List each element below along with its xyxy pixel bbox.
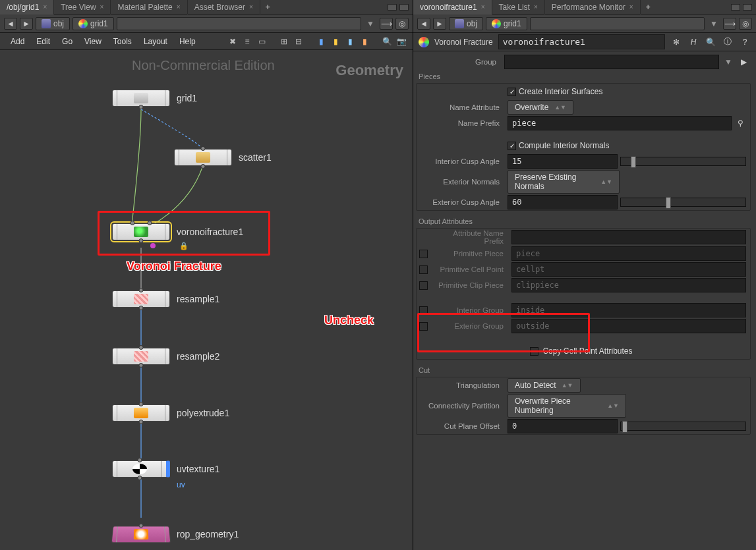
page-icon[interactable]: ▭ xyxy=(256,36,268,47)
menu-layout[interactable]: Layout xyxy=(138,34,173,49)
pin-icon[interactable]: ⟶ xyxy=(723,18,736,30)
node-name-input[interactable] xyxy=(498,34,665,49)
interior-cusp-input[interactable] xyxy=(508,154,618,169)
nav-forward-icon[interactable]: ► xyxy=(20,18,33,30)
close-icon[interactable]: × xyxy=(481,3,485,11)
nav-back-icon[interactable]: ◄ xyxy=(4,18,17,30)
link-icon[interactable]: ◎ xyxy=(739,18,752,30)
lock-icon[interactable]: 🔒 xyxy=(179,242,189,250)
group-select-icon[interactable]: ▶ xyxy=(738,56,749,68)
pin-icon[interactable]: ⟶ xyxy=(380,18,393,30)
cut-offset-input[interactable] xyxy=(508,419,618,433)
network-view[interactable]: Non-Commercial Edition Geometry grid1 sc… xyxy=(0,50,413,550)
gear-icon[interactable]: ✻ xyxy=(670,36,682,48)
exterior-normals-dropdown[interactable]: Preserve Existing Normals▲▼ xyxy=(508,170,620,194)
cut-offset-slider[interactable] xyxy=(620,422,746,431)
close-icon[interactable]: × xyxy=(534,3,538,11)
interior-cusp-slider[interactable] xyxy=(620,157,746,166)
path-obj[interactable]: obj xyxy=(449,17,483,30)
attr-prefix-input[interactable] xyxy=(511,230,746,244)
pane-maximize-icon[interactable] xyxy=(743,4,752,11)
nav-forward-icon[interactable]: ► xyxy=(433,18,446,30)
parameter-pane[interactable]: Group ▼▶ Pieces ✓Create Interior Surface… xyxy=(413,51,756,550)
nav-back-icon[interactable]: ◄ xyxy=(417,18,430,30)
triangulation-dropdown[interactable]: Auto Detect▲▼ xyxy=(508,378,581,393)
flag4-icon[interactable]: ▮ xyxy=(359,36,370,47)
path-dropdown-icon[interactable]: ▼ xyxy=(707,19,720,28)
interior-group-input[interactable] xyxy=(511,303,746,317)
new-tab-button[interactable]: + xyxy=(260,3,276,12)
menu-view[interactable]: View xyxy=(79,34,107,49)
menu-go[interactable]: Go xyxy=(57,34,78,49)
node-uvtexture1[interactable]: uvtexture1 uv xyxy=(112,460,219,478)
houdini-icon[interactable]: H xyxy=(687,36,699,48)
path-grid1[interactable]: grid1 xyxy=(73,17,114,30)
tab-tree-view[interactable]: Tree View× xyxy=(54,0,111,14)
create-interior-checkbox[interactable]: ✓ xyxy=(508,88,516,96)
compute-normals-checkbox[interactable]: ✓ xyxy=(508,142,516,150)
prim-clip-checkbox[interactable] xyxy=(419,281,428,290)
tab-voronoifracture1[interactable]: voronoifracture1× xyxy=(413,0,492,14)
name-prefix-input[interactable] xyxy=(508,116,732,130)
exterior-cusp-slider[interactable] xyxy=(620,198,746,207)
node-grid1[interactable]: grid1 xyxy=(112,90,197,107)
group-dropdown-icon[interactable]: ▼ xyxy=(722,57,735,67)
close-icon[interactable]: × xyxy=(177,3,181,11)
menu-add[interactable]: Add xyxy=(5,34,30,49)
close-icon[interactable]: × xyxy=(100,3,104,11)
grid-icon[interactable]: ⊞ xyxy=(278,36,290,47)
node-scatter1[interactable]: scatter1 xyxy=(174,149,272,166)
prim-piece-checkbox[interactable] xyxy=(419,250,428,258)
flag2-icon[interactable]: ▮ xyxy=(330,36,341,47)
pane-maximize-icon[interactable] xyxy=(399,4,409,11)
wrench-icon[interactable]: ✖ xyxy=(227,36,239,47)
prim-cell-input[interactable] xyxy=(511,262,746,277)
flag1-icon[interactable]: ▮ xyxy=(315,36,327,47)
path-field[interactable] xyxy=(117,17,361,30)
new-tab-button[interactable]: + xyxy=(641,3,656,12)
search-icon[interactable]: 🔍 xyxy=(705,36,716,48)
prim-clip-input[interactable] xyxy=(511,278,746,292)
info-icon[interactable]: ⓘ xyxy=(722,36,734,48)
template-flag-icon[interactable] xyxy=(150,243,156,248)
name-attr-dropdown[interactable]: Overwrite▲▼ xyxy=(508,100,573,115)
tab-material-palette[interactable]: Material Palette× xyxy=(111,0,187,14)
close-icon[interactable]: × xyxy=(629,3,633,11)
prim-cell-checkbox[interactable] xyxy=(419,265,428,274)
menu-tools[interactable]: Tools xyxy=(108,34,137,49)
exterior-cusp-input[interactable] xyxy=(508,195,618,209)
node-rop-geometry1[interactable]: rop_geometry1 xyxy=(112,526,239,543)
path-dropdown-icon[interactable]: ▼ xyxy=(364,19,377,28)
tab-performance-monitor[interactable]: Performance Monitor× xyxy=(545,0,641,14)
close-icon[interactable]: × xyxy=(43,3,47,11)
interior-group-checkbox[interactable] xyxy=(419,306,428,315)
list-icon[interactable]: ≡ xyxy=(241,36,253,47)
path-field[interactable] xyxy=(530,17,705,30)
copy-cell-checkbox[interactable] xyxy=(530,347,538,356)
path-grid1[interactable]: grid1 xyxy=(486,17,527,30)
node-voronoifracture1[interactable]: voronoifracture1 🔒 xyxy=(112,223,243,240)
path-obj[interactable]: obj xyxy=(36,17,70,30)
exterior-group-checkbox[interactable] xyxy=(419,322,428,331)
link-icon[interactable]: ◎ xyxy=(395,18,409,30)
tab-asset-browser[interactable]: Asset Browser× xyxy=(188,0,260,14)
search-icon[interactable]: 🔍 xyxy=(381,36,393,47)
prim-piece-input[interactable] xyxy=(511,246,746,261)
pane-minimize-icon[interactable] xyxy=(388,4,397,11)
exterior-group-input[interactable] xyxy=(511,319,746,333)
pane-minimize-icon[interactable] xyxy=(731,4,740,11)
node-polyextrude1[interactable]: polyextrude1 xyxy=(112,404,229,422)
group-input[interactable] xyxy=(504,55,719,69)
flag3-icon[interactable]: ▮ xyxy=(344,36,356,47)
node-resample2[interactable]: resample2 xyxy=(112,348,219,365)
help-icon[interactable]: ? xyxy=(739,36,751,48)
node-resample1[interactable]: resample1 xyxy=(112,290,219,308)
connectivity-dropdown[interactable]: Overwrite Piece Numbering▲▼ xyxy=(508,394,626,418)
tab-take-list[interactable]: Take List× xyxy=(492,0,545,14)
grid2-icon[interactable]: ⊟ xyxy=(293,36,305,47)
tab-obj-grid1[interactable]: /obj/grid1× xyxy=(0,0,54,14)
menu-help[interactable]: Help xyxy=(174,34,201,49)
tag-icon[interactable]: ⚲ xyxy=(734,117,746,129)
close-icon[interactable]: × xyxy=(249,3,253,11)
menu-edit[interactable]: Edit xyxy=(31,34,55,49)
